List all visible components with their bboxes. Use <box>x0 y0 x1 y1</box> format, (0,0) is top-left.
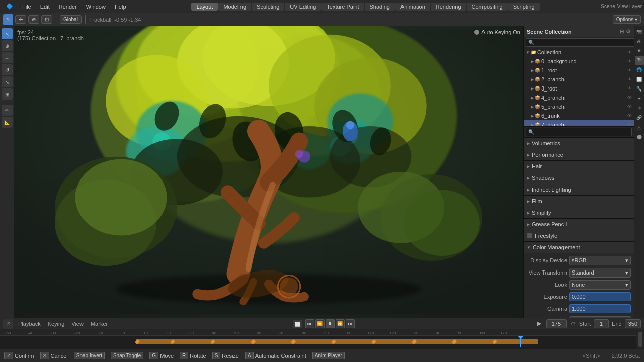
prop-icon-data[interactable]: △ <box>635 123 644 132</box>
tab-modeling[interactable]: Modeling <box>218 3 251 11</box>
playback-menu[interactable]: Playback <box>16 320 43 328</box>
view-transform-value: Standard <box>572 269 594 276</box>
performance-header[interactable]: ▶ Performance <box>524 149 634 160</box>
freestyle-checkbox[interactable] <box>527 233 532 238</box>
gamma-input[interactable]: 1.000 <box>569 304 631 313</box>
prop-icon-physics[interactable]: ⚛ <box>635 104 644 113</box>
tool-annotate[interactable]: ✏ <box>2 105 13 116</box>
outliner-filter-icon[interactable]: ⊟ <box>620 28 624 35</box>
jump-start-btn[interactable]: ⏮ <box>305 319 314 328</box>
keying-menu[interactable]: Keying <box>46 320 67 328</box>
tab-scripting[interactable]: Scripting <box>508 3 540 11</box>
collection-visibility[interactable]: 👁 <box>627 50 632 55</box>
menu-edit[interactable]: Edit <box>36 3 54 11</box>
menu-render[interactable]: Render <box>55 3 81 11</box>
select-tool-btn[interactable]: ↖ <box>3 14 13 25</box>
outliner-item-collection[interactable]: ▼ 📁 Collection 👁 <box>524 48 634 57</box>
svg-rect-71 <box>136 339 538 344</box>
move-tool-btn[interactable]: ⊕ <box>28 15 39 24</box>
menu-help[interactable]: Help <box>111 3 130 11</box>
outliner-item-5branch[interactable]: ▶ 📦 5_branch 👁 <box>524 102 634 111</box>
tab-layout[interactable]: Layout <box>191 3 218 11</box>
simplify-header[interactable]: ▶ Simplify <box>524 207 634 218</box>
tool-select[interactable]: ↖ <box>2 28 13 39</box>
volumetrics-header[interactable]: ▶ Volumetrics <box>524 138 634 149</box>
shadows-header[interactable]: ▶ Shadows <box>524 172 634 184</box>
tab-rendering[interactable]: Rendering <box>431 3 466 11</box>
jump-end-btn[interactable]: ⏭ <box>346 319 355 328</box>
display-device-dropdown[interactable]: sRGB ▾ <box>569 256 631 265</box>
prop-icon-view[interactable]: 👁 <box>635 46 644 55</box>
look-dropdown[interactable]: None ▾ <box>569 280 631 290</box>
menu-file[interactable]: File <box>18 3 35 11</box>
menu-blender[interactable]: 🔷 <box>2 2 17 11</box>
keyframe-track[interactable] <box>0 336 636 347</box>
prop-icon-constraints[interactable]: 🔗 <box>635 113 644 122</box>
indirect-lighting-header[interactable]: ▶ Indirect Lighting <box>524 184 634 195</box>
snap-tool-btn[interactable]: ⊡ <box>41 15 52 24</box>
viewport-toggle[interactable]: ⬜ <box>293 320 302 328</box>
props-search-input[interactable] <box>526 128 632 136</box>
outliner-search-input[interactable] <box>526 38 634 47</box>
color-mgmt-triangle: ▼ <box>527 245 531 250</box>
end-frame-input[interactable]: 350 <box>625 319 641 328</box>
prop-icon-object[interactable]: ⬜ <box>635 75 644 84</box>
prop-icon-scene[interactable]: 🎬 <box>635 56 644 65</box>
view-transform-dropdown[interactable]: Standard ▾ <box>569 268 631 278</box>
tab-sculpting[interactable]: Sculpting <box>252 3 284 11</box>
view-menu[interactable]: View <box>69 320 86 328</box>
shift-hint: <Shift> <box>583 353 600 359</box>
tab-animation[interactable]: Animation <box>395 3 430 11</box>
transform-mode-btn[interactable]: Global <box>60 15 82 24</box>
menu-window[interactable]: Window <box>82 3 110 11</box>
outliner-item-3root[interactable]: ▶ 📦 3_root 👁 <box>524 84 634 93</box>
prop-icon-modifier[interactable]: 🔧 <box>635 84 644 94</box>
tool-cursor[interactable]: ⊕ <box>2 40 13 51</box>
outliner-item-2branch[interactable]: ▶ 📦 2_branch 👁 <box>524 75 634 84</box>
outliner-item-6trunk[interactable]: ▶ 📦 6_trunk 👁 <box>524 111 634 120</box>
tool-move[interactable]: ↔ <box>2 52 13 63</box>
outliner-settings-icon[interactable]: ⚙ <box>626 28 631 35</box>
play-btn[interactable]: ⏸ <box>326 319 335 328</box>
tool-rotate[interactable]: ↺ <box>2 64 13 75</box>
current-frame-display[interactable]: 175 <box>546 319 567 328</box>
tab-shading[interactable]: Shading <box>365 3 395 11</box>
outliner-item-4branch[interactable]: ▶ 📦 4_branch 👁 <box>524 93 634 102</box>
item-visibility[interactable]: 👁 <box>627 59 632 64</box>
timeline-scrollbar[interactable] <box>636 329 644 349</box>
color-mgmt-content: Display Device sRGB ▾ View Transform Sta… <box>524 253 634 318</box>
outliner-item-0bg[interactable]: ▶ 📦 0_background 👁 <box>524 57 634 66</box>
cursor-tool-btn[interactable]: ✛ <box>15 15 26 24</box>
marker-menu[interactable]: Marker <box>89 320 110 328</box>
step-forward-btn[interactable]: ⏩ <box>336 319 345 328</box>
step-back-btn[interactable]: ⏪ <box>315 319 325 328</box>
prop-icon-material[interactable]: ⬤ <box>635 132 644 141</box>
outliner-item-7branch[interactable]: ▶ 📦 7_branch 👁 <box>524 120 634 127</box>
prop-icon-world[interactable]: 🌐 <box>635 65 644 74</box>
sequencer-dropdown[interactable]: sRGB ▾ <box>569 316 631 318</box>
options-btn[interactable]: Options ▾ <box>613 15 641 24</box>
prop-icon-render[interactable]: 📷 <box>635 27 644 36</box>
tool-scale[interactable]: ⤡ <box>2 76 13 87</box>
outliner-item-1root[interactable]: ▶ 📦 1_root 👁 <box>524 66 634 75</box>
tool-measure[interactable]: 📐 <box>2 117 13 128</box>
timeline-menu-icon[interactable]: ⏱ <box>3 319 13 329</box>
color-management-header[interactable]: ▼ Color Management <box>524 242 634 253</box>
display-device-row: Display Device sRGB ▾ <box>527 255 631 266</box>
grease-pencil-header[interactable]: ▶ Grease Pencil <box>524 219 634 230</box>
3d-viewport[interactable]: fps: 24 (175) Collection | 7_branch Auto… <box>14 26 523 318</box>
film-header[interactable]: ▶ Film <box>524 196 634 207</box>
tab-compositing[interactable]: Compositing <box>467 3 508 11</box>
tab-uv-editing[interactable]: UV Editing <box>285 3 321 11</box>
timeline-ruler[interactable]: -50 -40 -30 -20 -10 0 10 20 30 40 50 60 … <box>0 329 636 349</box>
timeline: ⏱ Playback Keying View Marker ⬜ ⏮ ⏪ ⏸ ⏩ … <box>0 318 644 349</box>
freestyle-header[interactable]: Freestyle <box>524 230 634 241</box>
prop-icon-particles[interactable]: ✦ <box>635 94 644 103</box>
prop-icon-output[interactable]: 🖨 <box>635 37 644 46</box>
hair-header[interactable]: ▶ Hair <box>524 161 634 172</box>
tab-texture-paint[interactable]: Texture Paint <box>321 3 364 11</box>
tool-transform[interactable]: ⊞ <box>2 88 13 100</box>
exposure-input[interactable]: 0.000 <box>569 292 631 301</box>
start-frame-input[interactable]: 1 <box>594 319 609 328</box>
timeline-scroll-thumb[interactable] <box>638 332 642 347</box>
